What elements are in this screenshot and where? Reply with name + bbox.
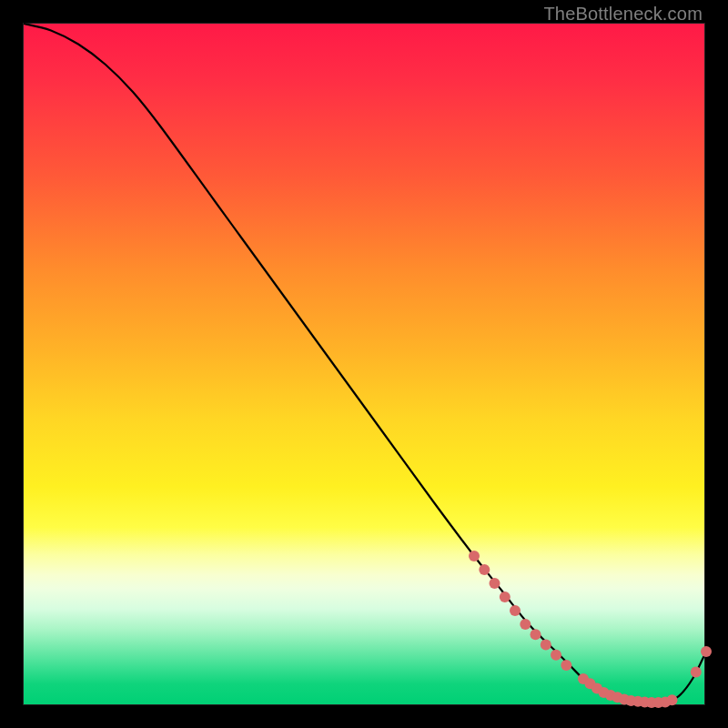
curve-marker <box>510 605 521 616</box>
curve-marker <box>691 667 702 678</box>
curve-line <box>24 24 706 703</box>
curve-marker <box>490 578 500 589</box>
plot-area <box>23 23 705 705</box>
curve-marker <box>479 564 490 575</box>
attribution-text: TheBottleneck.com <box>543 4 703 25</box>
curve-marker <box>551 650 561 661</box>
curve-marker <box>701 646 712 657</box>
curve-marker <box>667 694 678 705</box>
curve-marker <box>500 592 511 602</box>
chart-frame: TheBottleneck.com <box>0 0 728 728</box>
curve-marker <box>520 619 531 630</box>
curve-marker <box>531 629 541 640</box>
curve-marker <box>469 551 480 561</box>
curve-markers <box>469 551 712 708</box>
bottleneck-curve <box>24 24 706 706</box>
curve-marker <box>541 640 551 651</box>
curve-marker <box>561 660 571 671</box>
